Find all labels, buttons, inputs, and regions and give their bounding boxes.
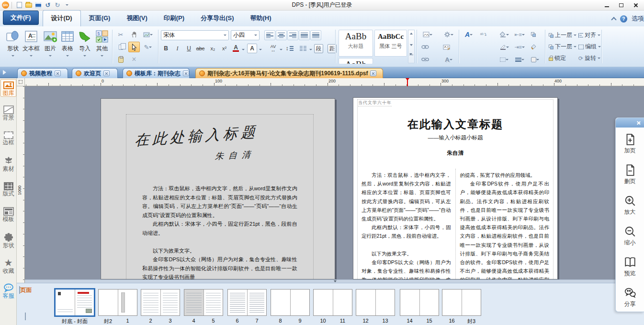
close-tab-button[interactable]	[103, 70, 110, 76]
thumbnail-spread-6-7[interactable]	[227, 289, 267, 316]
close-panel-button[interactable]	[636, 121, 641, 125]
fill-color-button[interactable]	[497, 29, 511, 40]
style-preset-partial[interactable]: AaBb	[339, 58, 373, 64]
thumbnail-spread-16-f3[interactable]	[442, 289, 481, 316]
page-view-button[interactable]: 页面	[18, 286, 33, 294]
menu-help[interactable]: 帮助(H)	[242, 11, 279, 26]
add-page-button[interactable]: 加页	[616, 133, 644, 155]
zoom-out-button[interactable]: 缩小	[616, 225, 644, 247]
wordart-button[interactable]: A	[441, 54, 457, 65]
align-center-button[interactable]	[276, 30, 287, 40]
article-subtitle[interactable]: ——输入小标题小标题	[353, 134, 557, 141]
thumbnail-cover-spread[interactable]	[54, 288, 95, 317]
picture-tool-button[interactable]	[141, 29, 155, 40]
import-button[interactable]: 导入	[77, 29, 93, 59]
sidebar-item-template[interactable]: 模板	[0, 206, 16, 222]
save-button[interactable]	[34, 1, 43, 10]
line-color-button[interactable]	[497, 42, 511, 52]
font-style-button[interactable]: A	[462, 29, 476, 40]
send-backward-button[interactable]: 下一层	[549, 43, 576, 51]
text-direction-button[interactable]: ᵃᵇ↴	[478, 29, 489, 40]
line-weight-button[interactable]	[512, 54, 527, 65]
character-border-button[interactable]: A	[247, 44, 257, 53]
left-page-body-text[interactable]: 方法：双击鼠标，选中框内文字，然后，从word里复制作文内容，粘贴进相应的文本位…	[142, 184, 297, 279]
undo-button[interactable]: ↺	[43, 1, 53, 10]
article-column-1[interactable]: 方法：双击鼠标，选中框内文字，然后，从word里复制作文内容，粘贴进相应的文本位…	[357, 169, 455, 279]
insert-textbox-button[interactable]: A 文本框	[22, 29, 40, 59]
article-column-2[interactable]: 的提高，拓宽了软件的应用领域。 金印客DPS软件，使用户足不出户，能够便捷高效低…	[455, 169, 554, 279]
sidebar-item-material[interactable]: 素材	[0, 155, 16, 172]
cut-button[interactable]: ✂	[115, 29, 126, 40]
left-page[interactable]: 在此处输入标题 朱自清 方法：双击鼠标，选中框内文字，然后，从word里复制作文…	[101, 98, 335, 279]
align-objects-button[interactable]: 对齐	[578, 31, 600, 39]
insert-table-button[interactable]: 表格	[59, 29, 76, 59]
list-view-button[interactable]	[18, 313, 33, 320]
font-family-select[interactable]: 宋体	[161, 30, 229, 40]
minimize-button[interactable]	[600, 1, 613, 10]
text-settings-button[interactable]	[441, 29, 457, 40]
chevron-down-icon[interactable]	[280, 49, 282, 52]
superscript-button[interactable]: x²	[219, 44, 229, 53]
indent-spread-button[interactable]: ⇤≡	[512, 29, 527, 40]
font-color-button[interactable]: A	[231, 44, 241, 53]
align-right-button[interactable]	[287, 30, 298, 40]
character-spacing-button[interactable]: AV↔	[268, 44, 278, 53]
line-spacing-button[interactable]: ↕	[284, 44, 294, 53]
doc-tab-welcome[interactable]: 欢迎页	[72, 68, 118, 78]
chevron-down-icon[interactable]	[309, 49, 312, 52]
insert-shape-button[interactable]: 形状	[4, 29, 22, 59]
bold-button[interactable]: B	[161, 44, 171, 53]
menu-print[interactable]: 印刷(P)	[156, 11, 192, 26]
close-tab-button[interactable]	[55, 70, 61, 76]
share-button[interactable]: 分享	[616, 287, 644, 308]
maximize-button[interactable]	[614, 1, 628, 10]
insert-other-button[interactable]: 5 其他	[94, 29, 110, 59]
font-size-select[interactable]: 小四	[231, 30, 260, 40]
document-canvas[interactable]: 在此处输入标题 朱自清 方法：双击鼠标，选中框内文字，然后，从word里复制作文…	[25, 86, 644, 279]
new-document-button[interactable]	[14, 1, 24, 10]
thumbnail-spread-f2-1[interactable]	[98, 289, 137, 316]
options-label[interactable]: 选项	[632, 14, 644, 23]
columns-button[interactable]	[298, 44, 308, 53]
subscript-button[interactable]: x₂	[208, 44, 218, 53]
italic-button[interactable]: I	[172, 44, 182, 53]
insert-image-button[interactable]: 图片	[42, 29, 58, 59]
sidebar-item-gallery[interactable]: 图库	[0, 79, 16, 97]
right-page[interactable]: 当代文学六十年 在此输入文章标题 ——输入小标题小标题 朱自清 方法：双击鼠标，…	[353, 97, 558, 279]
align-justify-button[interactable]	[299, 30, 310, 40]
image-frame-tool-button[interactable]	[419, 29, 436, 40]
rotate-button[interactable]: ⟳旋转	[578, 54, 600, 62]
shape-fill-button[interactable]	[528, 54, 542, 65]
doc-tab-video-tutorial[interactable]: 视频教程	[17, 68, 68, 78]
align-distribute-button[interactable]	[310, 30, 321, 40]
paste-button[interactable]	[115, 54, 126, 65]
unlink-frames-button[interactable]	[419, 54, 431, 65]
style-gallery-scrollbar[interactable]	[408, 30, 415, 63]
thumbnail-spread-2-3[interactable]	[141, 289, 180, 316]
left-page-signature[interactable]: 朱自清	[215, 149, 255, 162]
thumbnail-spread-10-11[interactable]	[313, 289, 352, 316]
menu-design[interactable]: 设计(D)	[43, 10, 81, 26]
sidebar-item-favorites[interactable]: ★ 收藏	[0, 257, 16, 274]
quick-access-dropdown[interactable]	[62, 1, 72, 10]
thumbnail-spread-12-13[interactable]	[356, 289, 395, 316]
style-preset-title[interactable]: AaBb 大标题	[339, 30, 373, 57]
border-style-button[interactable]	[497, 54, 511, 65]
align-left-button[interactable]	[264, 30, 275, 40]
menu-share-export[interactable]: 分享导出(S)	[192, 11, 242, 26]
format-brush-button[interactable]	[528, 42, 539, 52]
sidebar-item-border[interactable]: 边框	[0, 130, 16, 146]
close-window-button[interactable]	[629, 1, 642, 10]
close-tab-button[interactable]	[370, 70, 376, 76]
zoom-in-button[interactable]: 放大	[616, 195, 644, 216]
doc-tab-template-library[interactable]: 模板库：期刊杂志	[123, 68, 190, 78]
article-title[interactable]: 在此输入文章标题	[353, 117, 557, 132]
collapse-ribbon-icon[interactable]	[611, 17, 616, 22]
thumbnail-spread-8-9[interactable]	[271, 289, 310, 316]
menu-file[interactable]: 文件(F)	[3, 11, 39, 25]
spell-edit-button[interactable]	[441, 42, 452, 52]
delete-page-button[interactable]: 删页	[616, 164, 644, 186]
sidebar-item-background[interactable]: 背景	[0, 104, 16, 121]
underline-button[interactable]: U	[184, 44, 194, 53]
strikethrough-button[interactable]: abc	[195, 44, 205, 53]
